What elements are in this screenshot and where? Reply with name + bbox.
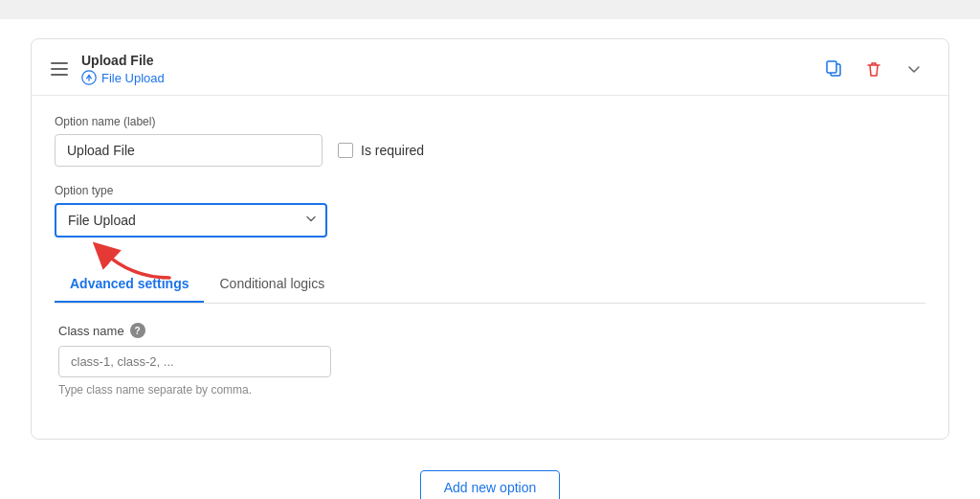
class-hint: Type class name separate by comma. — [58, 383, 922, 397]
is-required-label: Is required — [361, 143, 424, 158]
form-card: Upload File File Upload — [31, 38, 949, 440]
header-right — [818, 54, 929, 84]
copy-icon — [824, 59, 843, 79]
add-new-option-button[interactable]: Add new option — [420, 470, 561, 499]
option-type-select-wrapper: File Upload — [55, 203, 327, 238]
class-name-section: Class name ? Type class name separate by… — [55, 323, 925, 397]
tab-conditional-logics[interactable]: Conditional logics — [204, 266, 340, 303]
option-name-input[interactable] — [55, 134, 323, 167]
upload-subtitle-text: File Upload — [101, 71, 165, 85]
upload-title: Upload File — [81, 53, 165, 68]
help-icon[interactable]: ? — [130, 323, 145, 338]
tab-advanced-settings[interactable]: Advanced settings — [55, 266, 204, 303]
class-name-label: Class name — [58, 324, 124, 338]
option-name-label: Option name (label) — [55, 115, 925, 128]
class-name-input[interactable] — [58, 346, 331, 377]
option-type-select[interactable]: File Upload — [55, 203, 327, 238]
class-name-label-row: Class name ? — [58, 323, 922, 338]
card-body: Option name (label) Is required Option t… — [32, 96, 948, 416]
delete-button[interactable] — [858, 54, 889, 84]
card-header: Upload File File Upload — [32, 39, 948, 96]
option-name-row: Is required — [55, 134, 925, 167]
option-type-section: Option type File Upload — [55, 184, 925, 238]
header-left: Upload File File Upload — [47, 53, 165, 85]
svg-rect-3 — [827, 61, 836, 73]
chevron-down-icon — [904, 59, 924, 79]
option-type-label: Option type — [55, 184, 925, 197]
tabs-row: Advanced settings Conditional logics — [55, 266, 925, 304]
upload-file-icon — [81, 70, 97, 85]
select-and-arrow: File Upload — [55, 203, 327, 238]
trash-icon — [864, 59, 883, 79]
hamburger-icon[interactable] — [47, 58, 72, 79]
page-footer: Add new option — [31, 459, 949, 499]
is-required-row: Is required — [338, 143, 424, 158]
collapse-button[interactable] — [899, 54, 929, 84]
copy-button[interactable] — [818, 54, 849, 84]
is-required-checkbox[interactable] — [338, 143, 353, 158]
header-title-group: Upload File File Upload — [81, 53, 165, 85]
upload-subtitle: File Upload — [81, 70, 165, 85]
